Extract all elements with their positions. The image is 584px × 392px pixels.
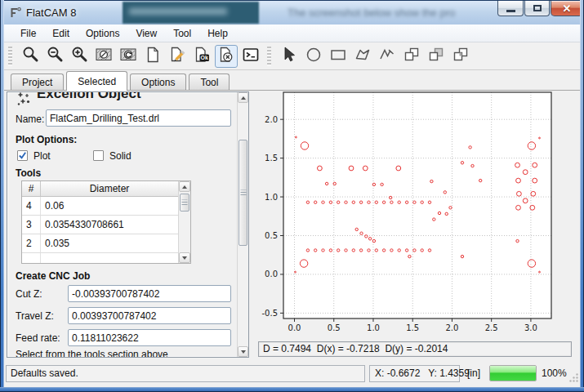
object-title: Excellon Object [37,92,221,102]
panel-scroll-down-button[interactable] [238,346,248,357]
menubar: FileEditOptionsViewToolHelp [4,24,580,42]
scrollbar-thumb[interactable] [180,194,189,212]
union-tool-button[interactable] [400,45,423,68]
cut-z-field[interactable] [68,285,231,302]
close-button[interactable]: ✕ [551,1,583,16]
subtract-tool-button[interactable] [425,45,448,68]
table-header-diameter[interactable]: Diameter [41,181,179,196]
circle-tool-button[interactable] [302,45,325,68]
tab-project[interactable]: Project [11,74,64,90]
zoom-in-button[interactable] [68,45,91,68]
background-bleed-text: The screenshot below show the pro [288,7,455,19]
tab-tool[interactable]: Tool [189,74,230,90]
pointer-icon [280,46,298,66]
feed-rate-field-label: Feed rate: [16,332,60,344]
tools-table-header: #Diameter [22,181,190,197]
zoom-in-icon [70,46,88,66]
tool-number-cell[interactable] [22,253,41,264]
feed-rate-field[interactable] [68,329,231,346]
intersect-tool-button[interactable] [449,45,472,68]
table-row[interactable] [22,253,190,264]
drill-object-icon [16,92,31,109]
tools-table-scrollbar[interactable] [178,181,190,263]
flatcam-logo-icon [9,7,22,23]
toolbar-handle[interactable] [8,47,12,66]
arrow-up-icon [241,96,246,100]
zoom-out-button[interactable] [43,45,66,68]
plot-canvas[interactable]: 0.00.51.01.52.02.53.0-0.50.00.51.01.52.0 [258,91,580,337]
toolbar-handle[interactable] [267,47,271,66]
tools-table[interactable]: #Diameter 40.0630.035433070866120.035 [21,180,191,264]
window-border-left [0,0,4,392]
new-file-icon [144,46,162,66]
tool-diameter-cell[interactable]: 0.06 [41,197,179,215]
shell-button[interactable] [239,45,262,68]
table-row[interactable]: 40.06 [22,197,190,216]
tab-options[interactable]: Options [130,74,186,90]
name-input[interactable] [46,109,231,127]
resize-grip[interactable] [568,372,579,386]
menu-item-view[interactable]: View [127,25,165,42]
new-file-button[interactable] [141,45,164,68]
menu-item-file[interactable]: File [12,25,44,42]
panel-scrollbar[interactable] [237,92,248,357]
rectangle-tool-button[interactable] [327,45,350,68]
polygon-tool-button[interactable] [351,45,374,68]
plot-background [283,92,551,318]
select-tool-button[interactable] [278,45,301,68]
tools-table-body: 40.0630.035433070866120.035 [22,197,190,264]
tools-label: Tools [16,167,41,179]
clear-plots-icon [95,46,113,66]
path-tool-button[interactable] [376,45,399,68]
minimize-button[interactable] [497,1,524,16]
edit-object-button[interactable] [166,45,189,68]
subtract-tool-icon [427,46,445,66]
tool-diameter-cell[interactable] [41,253,179,264]
maximize-button[interactable] [524,1,550,16]
y-tick-label: 0.5 [265,231,278,240]
editor-ok-button[interactable]: Ok [190,45,213,68]
solid-checkbox-label: Solid [109,150,132,162]
menu-item-help[interactable]: Help [199,25,236,42]
tool-diameter-cell[interactable]: 0.0354330708661 [41,216,179,234]
x-tick-label: 1.5 [406,323,419,332]
panel-scrollbar-thumb[interactable] [239,140,247,246]
delete-object-button[interactable] [215,45,238,68]
replot-button[interactable] [117,45,140,68]
tool-number-cell[interactable]: 3 [22,216,41,234]
clear-plots-button[interactable] [92,45,115,68]
travel-z-field[interactable] [68,307,231,324]
solid-checkbox[interactable] [93,150,104,161]
status-message: Defaults saved. [6,365,365,382]
tool-number-cell[interactable]: 2 [22,234,41,252]
travel-z-field-label: Travel Z: [16,310,54,322]
scroll-down-button[interactable] [179,252,190,263]
cnc-section-label: Create CNC Job [16,270,90,282]
menu-item-edit[interactable]: Edit [44,25,78,42]
x-tick-label: 0.0 [288,323,301,332]
y-tick-label: 2.0 [265,115,278,124]
plot-checkbox[interactable] [17,150,28,161]
minimize-icon [506,10,515,12]
scroll-up-button[interactable] [179,181,190,192]
zoom-fit-button[interactable] [19,45,42,68]
background-bleed-smudge [129,8,227,15]
y-tick-label: -0.5 [261,309,278,318]
plot-checkbox-label: Plot [33,150,51,162]
titlebar[interactable]: The screenshot below show the pro FlatCA… [0,0,584,24]
shell-icon [242,46,260,66]
rectangle-tool-icon [329,46,347,66]
window-border-right [580,0,584,392]
menu-item-options[interactable]: Options [78,25,127,42]
progress-bar-fill [490,366,536,381]
circle-tool-icon [305,46,323,66]
table-header-number[interactable]: # [22,181,41,196]
panel-scroll-up-button[interactable] [238,92,248,103]
tool-diameter-cell[interactable]: 0.035 [41,234,179,252]
menu-item-tool[interactable]: Tool [165,25,199,42]
table-row[interactable]: 30.0354330708661 [22,216,190,234]
table-row[interactable]: 20.035 [22,234,190,253]
toolbar: Ok [4,42,580,70]
tab-selected[interactable]: Selected [66,71,127,91]
tool-number-cell[interactable]: 4 [22,197,41,215]
